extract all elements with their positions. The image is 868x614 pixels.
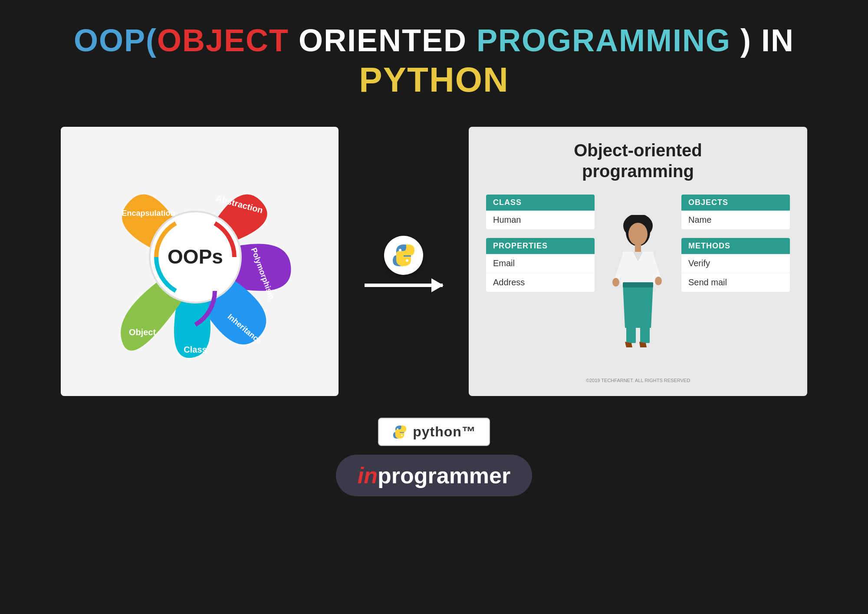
title-programming: PROGRAMMING bbox=[477, 23, 731, 58]
oop-center-col bbox=[603, 195, 673, 374]
methods-box-item-verify: Verify bbox=[681, 254, 790, 273]
title-oop: OOP( bbox=[74, 23, 157, 58]
properties-box-header: PROPERTIES bbox=[486, 238, 595, 254]
python-badge-logo bbox=[392, 424, 408, 440]
oop-left-col: CLASS Human PROPERTIES Email Address bbox=[486, 195, 595, 374]
title-object: OBJECT bbox=[157, 23, 289, 58]
properties-box-item-email: Email bbox=[486, 254, 595, 273]
title-oriented: ORIENTED bbox=[289, 23, 477, 58]
class-box-header: CLASS bbox=[486, 195, 595, 211]
objects-box-header: OBJECTS bbox=[681, 195, 790, 211]
oops-svg: OOPs Encapsulation Abstraction Polymorph… bbox=[78, 140, 312, 374]
svg-rect-16 bbox=[623, 282, 653, 287]
oop-right-col: OBJECTS Name METHODS Verify Send mail bbox=[681, 195, 790, 374]
arrow-section bbox=[365, 236, 443, 287]
svg-text:Object: Object bbox=[129, 327, 156, 337]
title-line1: OOP(OBJECT ORIENTED PROGRAMMING ) IN bbox=[74, 22, 794, 59]
programmer-text: programmer bbox=[378, 462, 510, 489]
copyright: ©2019 TECHFARNET. ALL RIGHTS RESERVED bbox=[586, 378, 690, 383]
methods-box-item-sendmail: Send mail bbox=[681, 273, 790, 292]
svg-point-15 bbox=[655, 277, 662, 285]
inprogrammer-badge: in programmer bbox=[336, 455, 533, 496]
class-box-item-human: Human bbox=[486, 211, 595, 229]
left-panel: OOPs Encapsulation Abstraction Polymorph… bbox=[61, 127, 339, 396]
svg-text:OOPs: OOPs bbox=[168, 245, 223, 268]
python-badge-text: python™ bbox=[413, 424, 476, 440]
svg-point-14 bbox=[612, 278, 619, 287]
python-logo-svg bbox=[391, 242, 417, 268]
human-figure bbox=[608, 211, 668, 358]
oop-title: Object-orientedprogramming bbox=[574, 140, 702, 182]
svg-point-9 bbox=[399, 249, 401, 251]
right-arrow bbox=[365, 284, 443, 287]
svg-rect-19 bbox=[635, 244, 641, 252]
properties-box-item-address: Address bbox=[486, 273, 595, 292]
title-in: ) IN bbox=[731, 23, 794, 58]
svg-text:Class: Class bbox=[184, 345, 207, 354]
right-panel: Object-orientedprogramming CLASS Human P… bbox=[469, 127, 807, 396]
oops-diagram: OOPs Encapsulation Abstraction Polymorph… bbox=[78, 140, 321, 383]
in-text: in bbox=[358, 462, 378, 489]
svg-rect-18 bbox=[640, 326, 650, 343]
python-logo-arrow bbox=[384, 236, 423, 275]
footer-section: python™ in programmer bbox=[336, 418, 533, 496]
svg-text:Encapsulation: Encapsulation bbox=[122, 209, 175, 218]
objects-box-item-name: Name bbox=[681, 211, 790, 229]
methods-box-header: METHODS bbox=[681, 238, 790, 254]
svg-point-20 bbox=[397, 428, 399, 430]
main-content: OOPs Encapsulation Abstraction Polymorph… bbox=[0, 127, 868, 396]
title-section: OOP(OBJECT ORIENTED PROGRAMMING ) IN PYT… bbox=[74, 22, 794, 101]
python-badge: python™ bbox=[378, 418, 490, 446]
svg-point-10 bbox=[406, 259, 408, 262]
svg-point-13 bbox=[628, 223, 648, 245]
svg-point-21 bbox=[401, 434, 403, 436]
methods-box: METHODS Verify Send mail bbox=[681, 238, 790, 292]
objects-box: OBJECTS Name bbox=[681, 195, 790, 229]
svg-rect-17 bbox=[626, 326, 636, 343]
properties-box: PROPERTIES Email Address bbox=[486, 238, 595, 292]
title-python: PYTHON bbox=[74, 59, 794, 101]
human-figure-svg bbox=[610, 215, 666, 354]
oop-content: CLASS Human PROPERTIES Email Address bbox=[486, 195, 790, 374]
class-box: CLASS Human bbox=[486, 195, 595, 229]
